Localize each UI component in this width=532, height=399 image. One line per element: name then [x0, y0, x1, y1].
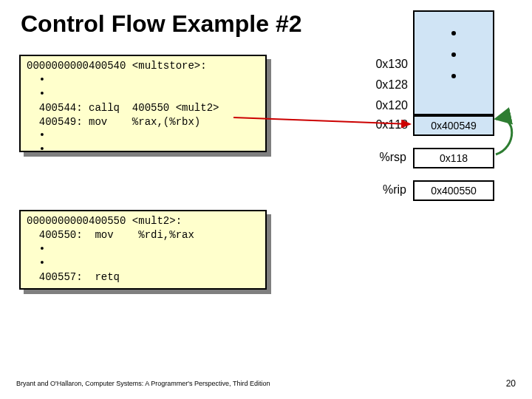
ellipsis-dot-icon — [451, 74, 456, 78]
code-box-multstore: 0000000000400540 <multstore>: • • 400544… — [19, 55, 267, 152]
label-rip: %rip — [362, 183, 406, 197]
code-box-mult2: 0000000000400550 <mult2>: 400550: mov %r… — [19, 210, 267, 290]
ellipsis-dot-icon — [451, 52, 456, 57]
ellipsis-dot-icon — [451, 31, 456, 35]
addr-0x118: 0x118 — [364, 118, 408, 132]
reg-cell-rip: 0x400550 — [413, 180, 494, 201]
addr-0x130: 0x130 — [364, 58, 408, 71]
reg-cell-rsp: 0x118 — [413, 148, 494, 168]
stack-cell-0x118: 0x400549 — [413, 115, 494, 136]
stack-column-top — [413, 10, 494, 115]
addr-0x128: 0x128 — [364, 78, 408, 92]
arrow-rsp-icon — [496, 118, 512, 154]
addr-0x120: 0x120 — [364, 99, 408, 112]
label-rsp: %rsp — [362, 151, 406, 164]
slide-title: Control Flow Example #2 — [21, 10, 302, 38]
footer-text: Bryant and O'Hallaron, Computer Systems:… — [16, 380, 270, 387]
page-number: 20 — [506, 378, 516, 389]
